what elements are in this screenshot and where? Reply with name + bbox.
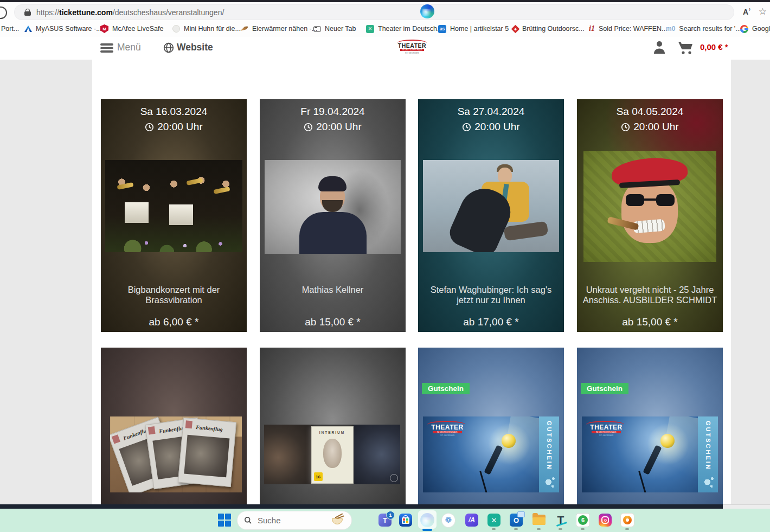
logo-title: THEATER (396, 42, 428, 49)
edge-button-front[interactable] (420, 4, 434, 18)
folder-icon (532, 515, 546, 525)
favorite-star-icon[interactable]: ☆ (759, 6, 767, 17)
event-card-ausbilder-schmidt[interactable]: Sa 04.05.2024 20:00 Uhr Unkraut vergeht … (577, 99, 723, 332)
bookmark-artikelstar[interactable]: asHome | artikelstar 5 (438, 21, 509, 37)
running-indicator (559, 528, 562, 530)
booklet-cover-photo (184, 435, 229, 478)
search-icon (244, 516, 252, 524)
bookmark-port[interactable]: Port... (1, 21, 19, 37)
logo-subtitle: IM DEUTSCHEN HAUS (433, 431, 462, 433)
swirl-shape (623, 516, 632, 524)
address-bar[interactable]: https://tickettune.com/deutscheshaus/ver… (14, 4, 734, 20)
taskbar-search[interactable]: Suche (237, 511, 352, 530)
bookmark-eierwaermer[interactable]: Eierwärmer nähen -... (240, 21, 317, 37)
edge-active-highlight (418, 510, 437, 529)
microsoft-store-button[interactable] (399, 513, 413, 527)
app-x-button[interactable]: ✕ (487, 513, 501, 527)
logo-subtitle2: ST. GEORGEN (438, 434, 457, 437)
bookmark-label: Google (752, 25, 770, 33)
store-tile (403, 521, 405, 523)
reload-icon[interactable] (0, 7, 7, 19)
event-card-waghubinger[interactable]: Sa 27.04.2024 20:00 Uhr Stefan Waghubing… (418, 99, 564, 332)
gutschein-card-1[interactable]: Gutschein THEATER IM DEUTSCHEN HAUS ST. … (418, 348, 564, 509)
search-placeholder: Suche (258, 516, 281, 525)
logo-subtitle2: ST. GEORGEN (597, 434, 615, 437)
bookmark-theater[interactable]: ✕Theater im Deutsch... (366, 21, 443, 37)
cart-total[interactable]: 0,00 € * (700, 42, 728, 52)
bookmark-myasus[interactable]: MyASUS Software -... (24, 21, 102, 37)
teams-button[interactable]: T 1 (378, 513, 392, 527)
app-ornament-button[interactable]: ❁ (441, 513, 455, 527)
site-logo[interactable]: THEATER IM DEUTSCHEN HAUS ST. GEORGEN (396, 40, 428, 57)
app-orange-button[interactable] (620, 513, 634, 527)
toolbar-right: A⁾ ☆ (743, 4, 767, 19)
trumpet-shape (186, 178, 203, 185)
start-button[interactable] (217, 513, 232, 527)
gutschein-card-2[interactable]: Gutschein THEATER IM DEUTSCHEN HAUS ST. … (577, 348, 723, 509)
account-icon[interactable] (653, 40, 666, 56)
app-6-button[interactable]: 6 (576, 513, 590, 527)
bookmark-mcafee[interactable]: MMcAfee LiveSafe (100, 21, 164, 37)
event-card-dvd[interactable]: INTERIUM 16 (260, 348, 406, 509)
teams-icon: T 1 (378, 514, 392, 527)
figure-beanie (318, 176, 347, 191)
website-link[interactable]: Website (177, 42, 213, 53)
event-time-text: 20:00 Uhr (157, 121, 202, 133)
circle-favicon (172, 25, 180, 33)
lock-icon[interactable] (24, 9, 31, 16)
instagram-button[interactable] (598, 513, 612, 527)
event-price: ab 15,00 € * (577, 316, 723, 328)
folder-front (532, 517, 546, 525)
running-indicator (514, 528, 518, 530)
read-aloud-icon[interactable]: A⁾ (743, 8, 750, 16)
hamburger-menu-icon[interactable] (100, 43, 113, 53)
file-explorer-button[interactable] (532, 513, 546, 527)
app-a-button[interactable]: /A (465, 513, 479, 527)
booklet-stamp (185, 420, 193, 428)
event-time: 20:00 Uhr (101, 121, 247, 133)
splash-decor (702, 475, 716, 489)
trumpet-shape (213, 187, 230, 194)
cart-icon[interactable] (677, 40, 695, 57)
theater-favicon: ✕ (366, 25, 374, 33)
bookmark-label: Port... (1, 25, 19, 33)
booklet: Funkenflug (178, 418, 236, 487)
ornament-icon: ❁ (441, 513, 455, 528)
app-6-glyph: 6 (578, 515, 588, 525)
film-still-left (264, 425, 311, 484)
bookmark-label: Search results for '... (679, 25, 741, 33)
url-text[interactable]: https://tickettune.com/deutscheshaus/ver… (36, 8, 224, 17)
event-card-mathias-kellner[interactable]: Fr 19.04.2024 20:00 Uhr Mathias Kellner … (260, 99, 406, 332)
windows-taskbar: T 1 ❁ /A ✕ O (0, 509, 770, 532)
event-card-bigband[interactable]: Sa 16.03.2024 20:00 Uhr Bigbandkonzert m… (101, 99, 247, 332)
dvd-cover-face (323, 439, 342, 468)
event-price: ab 17,00 € * (418, 316, 564, 328)
bookmark-sold-price[interactable]: i1Sold Price: WAFFEN... (589, 21, 668, 37)
film-still-right (354, 425, 401, 484)
event-photo-portrait (265, 160, 401, 254)
event-time-text: 20:00 Uhr (316, 121, 361, 133)
bookmark-bruetting[interactable]: Brütting Outdoorsc... (512, 21, 585, 37)
logo-subtitle2: ST. GEORGEN (405, 52, 419, 54)
viewport-bottom-strip-light (723, 504, 770, 509)
bookmark-mini-huhn[interactable]: Mini Huhn für die... (172, 21, 241, 37)
globe-icon[interactable] (163, 42, 174, 55)
google-g-icon (740, 25, 748, 33)
outlook-button[interactable]: O (509, 513, 523, 527)
microphone-head (660, 434, 675, 448)
lock-body (24, 11, 31, 16)
running-indicator (625, 528, 629, 530)
menu-link[interactable]: Menü (117, 42, 141, 53)
bookmark-neuer-tab[interactable]: Neuer Tab (313, 21, 356, 37)
logo-title: THEATER (586, 424, 626, 431)
event-date: Sa 16.03.2024 (101, 106, 247, 118)
m0-icon: m0 (666, 25, 675, 33)
url-scheme: https:// (36, 8, 59, 17)
bookmark-google[interactable]: Google (740, 21, 770, 37)
app-t-button[interactable]: T (554, 513, 568, 527)
event-card-funkenflug[interactable]: Funkenflug Funkenflug Funkenflug (101, 348, 247, 509)
event-title: Stefan Waghubinger: Ich sag's jetzt nur … (424, 285, 559, 305)
event-photo-booklets: Funkenflug Funkenflug Funkenflug (110, 416, 242, 492)
theater-logo: THEATER IM DEUTSCHEN HAUS ST. GEORGEN (586, 421, 626, 437)
bookmark-search-results[interactable]: m0Search results for '... (666, 21, 741, 37)
